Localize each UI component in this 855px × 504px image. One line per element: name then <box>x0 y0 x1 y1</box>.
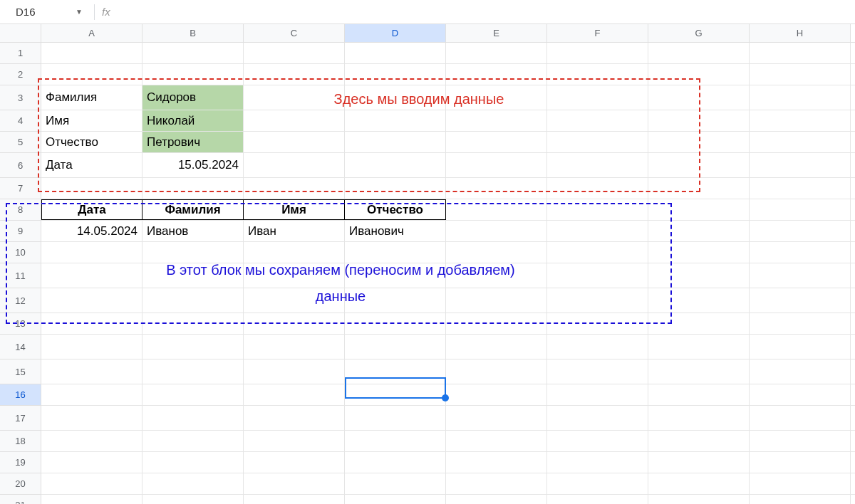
cell-B6[interactable]: 15.05.2024 <box>142 153 244 177</box>
cell-reference: D16 <box>16 6 36 18</box>
column-headers: A B C D E F G H <box>0 24 855 43</box>
row-header-16[interactable]: 16 <box>0 384 41 406</box>
col-header-A[interactable]: A <box>41 24 142 42</box>
row-header-5[interactable]: 5 <box>0 132 41 153</box>
col-header-E[interactable]: E <box>446 24 547 42</box>
chevron-down-icon[interactable]: ▼ <box>76 8 83 16</box>
cell-D8[interactable]: Отчество <box>345 199 446 220</box>
row-header-21[interactable]: 21 <box>0 495 41 504</box>
col-header-F[interactable]: F <box>547 24 648 42</box>
row-header-3[interactable]: 3 <box>0 85 41 110</box>
col-header-G[interactable]: G <box>648 24 750 42</box>
row-header-18[interactable]: 18 <box>0 431 41 452</box>
row-header-11[interactable]: 11 <box>0 263 41 288</box>
row-header-20[interactable]: 20 <box>0 473 41 495</box>
cell-B3[interactable]: Сидоров <box>142 85 244 110</box>
cell-A4[interactable]: Имя <box>41 110 142 131</box>
cell-A8[interactable]: Дата <box>41 199 142 220</box>
cell-A3[interactable]: Фамилия <box>41 85 142 110</box>
row-header-14[interactable]: 14 <box>0 335 41 359</box>
row-header-10[interactable]: 10 <box>0 242 41 263</box>
cell-C9[interactable]: Иван <box>244 221 345 241</box>
row-header-9[interactable]: 9 <box>0 221 41 242</box>
cells-area[interactable]: Фамилия Сидоров Имя Николай Отчество Пет… <box>41 43 855 504</box>
col-header-H[interactable]: H <box>750 24 851 42</box>
cell-B5[interactable]: Петрович <box>142 132 244 152</box>
col-header-C[interactable]: C <box>244 24 345 42</box>
row-header-19[interactable]: 19 <box>0 452 41 473</box>
name-box[interactable]: D16 ▼ <box>9 2 87 22</box>
cell-A6[interactable]: Дата <box>41 153 142 177</box>
cell-A9[interactable]: 14.05.2024 <box>41 221 142 241</box>
cell-B8[interactable]: Фамилия <box>142 199 244 220</box>
col-header-B[interactable]: B <box>142 24 244 42</box>
cell-C8[interactable]: Имя <box>244 199 345 220</box>
row-header-4[interactable]: 4 <box>0 110 41 132</box>
cell-A5[interactable]: Отчество <box>41 132 142 152</box>
row-header-2[interactable]: 2 <box>0 64 41 85</box>
col-header-D[interactable]: D <box>345 24 446 42</box>
formula-bar: D16 ▼ fx <box>0 0 855 24</box>
row-header-7[interactable]: 7 <box>0 178 41 199</box>
row-header-12[interactable]: 12 <box>0 288 41 313</box>
row-headers: 1 2 3 4 5 6 7 8 9 10 11 12 13 14 15 16 1… <box>0 43 41 504</box>
row-header-6[interactable]: 6 <box>0 153 41 178</box>
fx-icon: fx <box>102 6 110 18</box>
separator <box>94 4 95 20</box>
row-header-17[interactable]: 17 <box>0 406 41 431</box>
cell-B9[interactable]: Иванов <box>142 221 244 241</box>
cell-D9[interactable]: Иванович <box>345 221 446 241</box>
row-header-1[interactable]: 1 <box>0 43 41 64</box>
formula-input[interactable] <box>118 0 855 23</box>
row-header-8[interactable]: 8 <box>0 199 41 221</box>
select-all-corner[interactable] <box>0 24 41 42</box>
row-header-13[interactable]: 13 <box>0 313 41 335</box>
cell-B4[interactable]: Николай <box>142 110 244 131</box>
row-header-15[interactable]: 15 <box>0 359 41 384</box>
